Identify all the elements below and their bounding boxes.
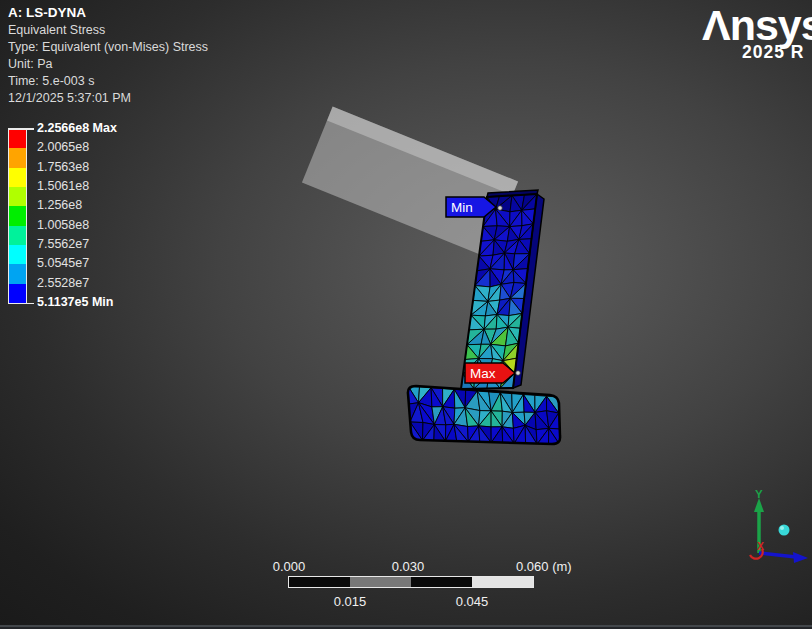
ruler-label-045: 0.045: [449, 594, 495, 609]
analysis-title: A: LS-DYNA: [8, 4, 208, 22]
legend-label: 1.0058e8: [37, 218, 89, 232]
y-axis-arrowhead: [754, 498, 764, 512]
ruler-label-0: 0.000: [266, 559, 312, 574]
legend-label: 1.7563e8: [37, 160, 89, 174]
max-anchor-dot: [516, 371, 521, 376]
result-type: Type: Equivalent (von-Mises) Stress: [8, 39, 208, 56]
scale-ruler: [288, 576, 534, 588]
result-info-block: A: LS-DYNA Equivalent Stress Type: Equiv…: [8, 4, 208, 107]
legend-color-cell: [9, 148, 26, 167]
result-time: Time: 5.e-003 s: [8, 73, 208, 90]
legend-color-cell: [9, 187, 26, 206]
viewport: Min Max Y X A: LS-DYNA Equivalent Stress…: [0, 0, 812, 629]
specimen-base[interactable]: [408, 386, 560, 445]
min-flag-label: Min: [451, 200, 473, 215]
ruler-segment: [411, 577, 472, 587]
ansys-release: 2025 R: [742, 42, 804, 63]
z-axis[interactable]: [759, 553, 796, 557]
legend-label: 5.0545e7: [37, 256, 89, 270]
min-anchor-dot: [498, 206, 503, 211]
ruler-label-015: 0.015: [327, 594, 373, 609]
legend-color-cell: [9, 168, 26, 187]
legend-label: 2.2566e8 Max: [37, 121, 117, 135]
legend-color-band: [8, 128, 27, 304]
ruler-segment: [289, 577, 350, 587]
ruler-label-060: 0.060 (m): [516, 559, 572, 574]
ruler-segment: [350, 577, 411, 587]
legend-color-cell: [9, 226, 26, 245]
triad-ball-highlight: [780, 526, 784, 530]
legend-label: 1.5061e8: [37, 179, 89, 193]
legend-label: 5.1137e5 Min: [37, 295, 113, 309]
legend-label: 2.0065e8: [37, 140, 89, 154]
result-unit: Unit: Pa: [8, 56, 208, 73]
legend-label: 1.256e8: [37, 198, 82, 212]
stress-legend: 2.2566e8 Max2.0065e81.7563e81.5061e81.25…: [8, 128, 168, 308]
legend-label: 7.5562e7: [37, 237, 89, 251]
ruler-label-030: 0.030: [385, 559, 431, 574]
legend-color-cell: [9, 264, 26, 283]
result-name: Equivalent Stress: [8, 22, 208, 39]
legend-label: 2.5528e7: [37, 276, 89, 290]
legend-color-cell: [9, 129, 26, 148]
ruler-segment: [472, 577, 533, 587]
max-flag-label: Max: [470, 366, 496, 381]
triad-ball[interactable]: [779, 525, 790, 536]
y-axis-label: Y: [755, 488, 763, 500]
legend-color-cell: [9, 206, 26, 225]
legend-bottom-tick: [8, 303, 34, 305]
triad[interactable]: Y X: [750, 488, 808, 563]
legend-color-cell: [9, 245, 26, 264]
z-axis-arrowhead: [793, 552, 808, 563]
result-timestamp: 12/1/2025 5:37:01 PM: [8, 90, 208, 107]
x-axis-label: X: [757, 540, 764, 552]
legend-top-tick: [8, 128, 34, 130]
legend-color-cell: [9, 284, 26, 303]
